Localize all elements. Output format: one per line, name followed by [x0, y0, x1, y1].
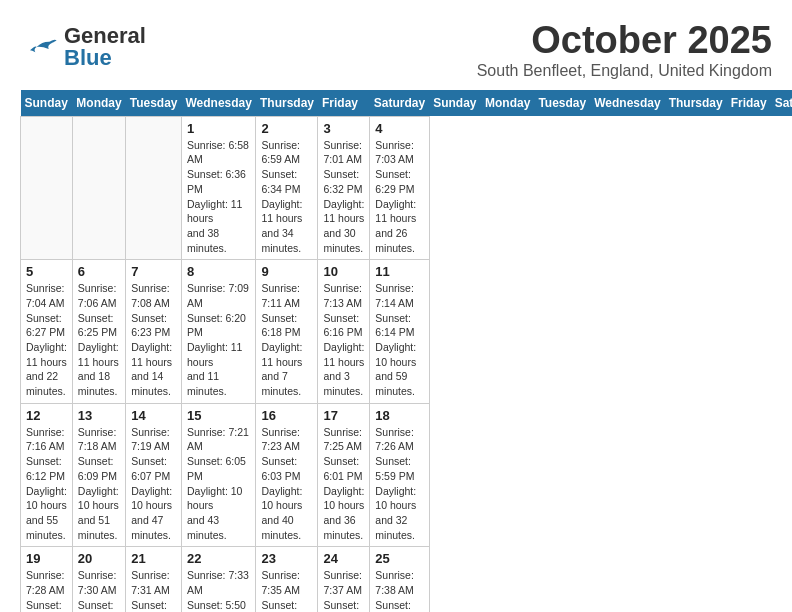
- day-info: Sunrise: 7:31 AMSunset: 5:52 PMDaylight:…: [131, 568, 176, 612]
- calendar-cell: 10Sunrise: 7:13 AMSunset: 6:16 PMDayligh…: [318, 260, 370, 404]
- calendar-title: October 2025: [477, 20, 772, 62]
- day-info: Sunrise: 7:01 AMSunset: 6:32 PMDaylight:…: [323, 138, 364, 256]
- calendar-cell: 5Sunrise: 7:04 AMSunset: 6:27 PMDaylight…: [21, 260, 73, 404]
- calendar-cell: 1Sunrise: 6:58 AMSunset: 6:36 PMDaylight…: [182, 116, 256, 260]
- calendar-cell: 7Sunrise: 7:08 AMSunset: 6:23 PMDaylight…: [126, 260, 182, 404]
- calendar-cell: 17Sunrise: 7:25 AMSunset: 6:01 PMDayligh…: [318, 403, 370, 547]
- day-number: 24: [323, 551, 364, 566]
- day-number: 7: [131, 264, 176, 279]
- day-number: 15: [187, 408, 250, 423]
- week-row-1: 1Sunrise: 6:58 AMSunset: 6:36 PMDaylight…: [21, 116, 793, 260]
- day-number: 16: [261, 408, 312, 423]
- calendar-cell: 8Sunrise: 7:09 AMSunset: 6:20 PMDaylight…: [182, 260, 256, 404]
- header-wednesday: Wednesday: [590, 90, 664, 117]
- day-info: Sunrise: 7:30 AMSunset: 5:54 PMDaylight:…: [78, 568, 120, 612]
- calendar-table: SundayMondayTuesdayWednesdayThursdayFrid…: [20, 90, 792, 612]
- header-day-monday: Monday: [72, 90, 125, 117]
- day-number: 21: [131, 551, 176, 566]
- day-info: Sunrise: 7:33 AMSunset: 5:50 PMDaylight:…: [187, 568, 250, 612]
- title-area: October 2025 South Benfleet, England, Un…: [477, 20, 772, 80]
- day-number: 11: [375, 264, 423, 279]
- header-day-sunday: Sunday: [21, 90, 73, 117]
- day-info: Sunrise: 7:04 AMSunset: 6:27 PMDaylight:…: [26, 281, 67, 399]
- day-info: Sunrise: 7:25 AMSunset: 6:01 PMDaylight:…: [323, 425, 364, 543]
- day-number: 13: [78, 408, 120, 423]
- calendar-cell: [21, 116, 73, 260]
- header-tuesday: Tuesday: [534, 90, 590, 117]
- calendar-subtitle: South Benfleet, England, United Kingdom: [477, 62, 772, 80]
- day-info: Sunrise: 7:03 AMSunset: 6:29 PMDaylight:…: [375, 138, 423, 256]
- calendar-cell: 12Sunrise: 7:16 AMSunset: 6:12 PMDayligh…: [21, 403, 73, 547]
- header-monday: Monday: [481, 90, 534, 117]
- calendar-cell: 25Sunrise: 7:38 AMSunset: 5:44 PMDayligh…: [370, 547, 429, 612]
- calendar-cell: 22Sunrise: 7:33 AMSunset: 5:50 PMDayligh…: [182, 547, 256, 612]
- logo-text: General Blue: [64, 23, 146, 70]
- calendar-cell: 21Sunrise: 7:31 AMSunset: 5:52 PMDayligh…: [126, 547, 182, 612]
- day-info: Sunrise: 7:28 AMSunset: 5:57 PMDaylight:…: [26, 568, 67, 612]
- day-info: Sunrise: 7:19 AMSunset: 6:07 PMDaylight:…: [131, 425, 176, 543]
- bird-logo-icon: [20, 37, 60, 57]
- day-info: Sunrise: 7:23 AMSunset: 6:03 PMDaylight:…: [261, 425, 312, 543]
- day-info: Sunrise: 7:13 AMSunset: 6:16 PMDaylight:…: [323, 281, 364, 399]
- day-info: Sunrise: 7:35 AMSunset: 5:48 PMDaylight:…: [261, 568, 312, 612]
- calendar-cell: 24Sunrise: 7:37 AMSunset: 5:46 PMDayligh…: [318, 547, 370, 612]
- day-number: 3: [323, 121, 364, 136]
- header-day-thursday: Thursday: [256, 90, 318, 117]
- day-number: 6: [78, 264, 120, 279]
- header-day-tuesday: Tuesday: [126, 90, 182, 117]
- day-info: Sunrise: 6:59 AMSunset: 6:34 PMDaylight:…: [261, 138, 312, 256]
- header-friday: Friday: [727, 90, 771, 117]
- calendar-cell: 18Sunrise: 7:26 AMSunset: 5:59 PMDayligh…: [370, 403, 429, 547]
- calendar-cell: [72, 116, 125, 260]
- calendar-cell: 13Sunrise: 7:18 AMSunset: 6:09 PMDayligh…: [72, 403, 125, 547]
- day-number: 22: [187, 551, 250, 566]
- calendar-cell: 6Sunrise: 7:06 AMSunset: 6:25 PMDaylight…: [72, 260, 125, 404]
- day-number: 17: [323, 408, 364, 423]
- header-sunday: Sunday: [429, 90, 481, 117]
- day-number: 1: [187, 121, 250, 136]
- day-info: Sunrise: 7:11 AMSunset: 6:18 PMDaylight:…: [261, 281, 312, 399]
- header-thursday: Thursday: [665, 90, 727, 117]
- header-day-wednesday: Wednesday: [182, 90, 256, 117]
- day-number: 10: [323, 264, 364, 279]
- header-day-friday: Friday: [318, 90, 370, 117]
- day-info: Sunrise: 7:08 AMSunset: 6:23 PMDaylight:…: [131, 281, 176, 399]
- day-number: 25: [375, 551, 423, 566]
- calendar-cell: 15Sunrise: 7:21 AMSunset: 6:05 PMDayligh…: [182, 403, 256, 547]
- day-number: 12: [26, 408, 67, 423]
- day-number: 8: [187, 264, 250, 279]
- week-row-3: 12Sunrise: 7:16 AMSunset: 6:12 PMDayligh…: [21, 403, 793, 547]
- week-row-2: 5Sunrise: 7:04 AMSunset: 6:27 PMDaylight…: [21, 260, 793, 404]
- day-info: Sunrise: 7:06 AMSunset: 6:25 PMDaylight:…: [78, 281, 120, 399]
- calendar-cell: 9Sunrise: 7:11 AMSunset: 6:18 PMDaylight…: [256, 260, 318, 404]
- calendar-cell: 3Sunrise: 7:01 AMSunset: 6:32 PMDaylight…: [318, 116, 370, 260]
- day-number: 19: [26, 551, 67, 566]
- day-info: Sunrise: 7:16 AMSunset: 6:12 PMDaylight:…: [26, 425, 67, 543]
- calendar-cell: [126, 116, 182, 260]
- day-info: Sunrise: 6:58 AMSunset: 6:36 PMDaylight:…: [187, 138, 250, 256]
- day-info: Sunrise: 7:38 AMSunset: 5:44 PMDaylight:…: [375, 568, 423, 612]
- day-info: Sunrise: 7:26 AMSunset: 5:59 PMDaylight:…: [375, 425, 423, 543]
- calendar-header-row: SundayMondayTuesdayWednesdayThursdayFrid…: [21, 90, 793, 117]
- header-saturday: Saturday: [771, 90, 792, 117]
- day-info: Sunrise: 7:14 AMSunset: 6:14 PMDaylight:…: [375, 281, 423, 399]
- day-number: 2: [261, 121, 312, 136]
- day-number: 20: [78, 551, 120, 566]
- calendar-cell: 4Sunrise: 7:03 AMSunset: 6:29 PMDaylight…: [370, 116, 429, 260]
- day-info: Sunrise: 7:09 AMSunset: 6:20 PMDaylight:…: [187, 281, 250, 399]
- header-day-saturday: Saturday: [370, 90, 429, 117]
- day-number: 18: [375, 408, 423, 423]
- day-info: Sunrise: 7:18 AMSunset: 6:09 PMDaylight:…: [78, 425, 120, 543]
- calendar-cell: 11Sunrise: 7:14 AMSunset: 6:14 PMDayligh…: [370, 260, 429, 404]
- calendar-cell: 14Sunrise: 7:19 AMSunset: 6:07 PMDayligh…: [126, 403, 182, 547]
- logo: General Blue: [20, 25, 146, 69]
- calendar-cell: 16Sunrise: 7:23 AMSunset: 6:03 PMDayligh…: [256, 403, 318, 547]
- day-number: 5: [26, 264, 67, 279]
- day-number: 9: [261, 264, 312, 279]
- day-info: Sunrise: 7:21 AMSunset: 6:05 PMDaylight:…: [187, 425, 250, 543]
- calendar-cell: 23Sunrise: 7:35 AMSunset: 5:48 PMDayligh…: [256, 547, 318, 612]
- header: General Blue October 2025 South Benfleet…: [20, 20, 772, 80]
- calendar-cell: 19Sunrise: 7:28 AMSunset: 5:57 PMDayligh…: [21, 547, 73, 612]
- week-row-4: 19Sunrise: 7:28 AMSunset: 5:57 PMDayligh…: [21, 547, 793, 612]
- calendar-cell: 2Sunrise: 6:59 AMSunset: 6:34 PMDaylight…: [256, 116, 318, 260]
